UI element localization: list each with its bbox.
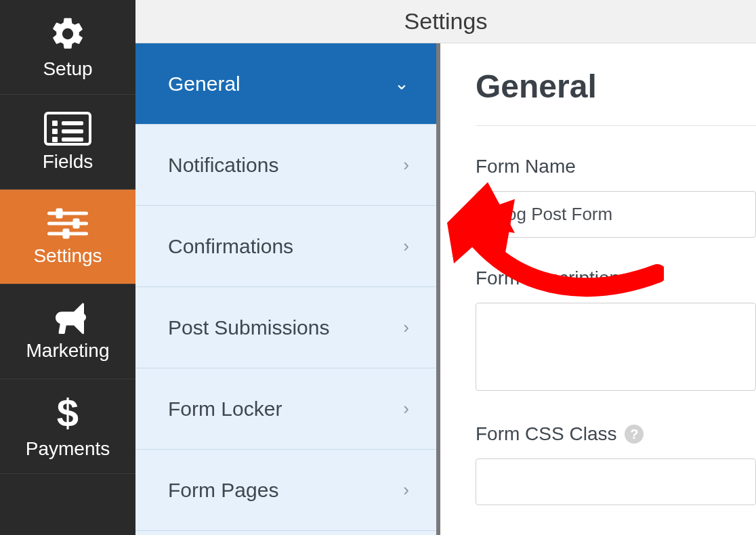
page-title: Settings xyxy=(404,8,488,35)
sidebar-item-label: Marketing xyxy=(26,340,110,362)
primary-sidebar: Setup Fields Settings xyxy=(0,0,135,535)
chevron-right-icon: › xyxy=(403,479,409,500)
chevron-right-icon: › xyxy=(403,317,409,338)
bullhorn-icon xyxy=(47,302,88,335)
submenu-item-label: Notifications xyxy=(168,154,278,177)
sliders-icon xyxy=(47,207,88,240)
submenu-item-general[interactable]: General ⌄ xyxy=(135,43,436,125)
submenu-item-post-submissions[interactable]: Post Submissions › xyxy=(135,287,436,368)
svg-rect-3 xyxy=(73,218,80,228)
submenu-item-label: Form Locker xyxy=(168,398,282,421)
sidebar-item-marketing[interactable]: Marketing xyxy=(0,284,135,379)
panel-heading: General xyxy=(476,68,756,105)
chevron-right-icon: › xyxy=(403,236,409,257)
form-css-label: Form CSS Class xyxy=(476,423,616,445)
svg-rect-1 xyxy=(56,208,63,218)
submenu-item-form-locker[interactable]: Form Locker › xyxy=(135,368,436,450)
sidebar-item-setup[interactable]: Setup xyxy=(0,0,135,95)
form-description-input[interactable] xyxy=(476,303,756,391)
sidebar-item-label: Settings xyxy=(33,245,102,267)
divider xyxy=(476,125,756,126)
dollar-icon: $ xyxy=(57,393,79,433)
gear-icon xyxy=(49,15,87,53)
sidebar-item-settings[interactable]: Settings xyxy=(0,190,135,284)
sidebar-item-label: Payments xyxy=(26,438,110,460)
submenu-item-confirmations[interactable]: Confirmations › xyxy=(135,206,436,287)
submenu-item-label: General xyxy=(168,72,240,95)
page-header: Settings xyxy=(135,0,756,43)
form-description-label: Form Description xyxy=(476,268,756,289)
svg-rect-0 xyxy=(47,211,88,215)
sidebar-item-fields[interactable]: Fields xyxy=(0,95,135,190)
settings-panel: General Form Name Form Description Form … xyxy=(440,43,756,535)
form-css-input[interactable] xyxy=(476,458,756,505)
svg-rect-5 xyxy=(63,228,70,238)
chevron-down-icon: ⌄ xyxy=(394,73,409,94)
submenu-item-label: Form Pages xyxy=(168,479,278,502)
chevron-right-icon: › xyxy=(403,154,409,175)
list-icon xyxy=(44,112,91,146)
settings-submenu: General ⌄ Notifications › Confirmations … xyxy=(135,43,440,535)
help-icon[interactable]: ? xyxy=(625,425,644,444)
sidebar-item-label: Setup xyxy=(43,58,92,80)
submenu-item-form-pages[interactable]: Form Pages › xyxy=(135,450,436,531)
submenu-item-label: Post Submissions xyxy=(168,316,329,339)
form-name-label: Form Name xyxy=(476,156,756,177)
svg-rect-2 xyxy=(47,221,88,225)
submenu-item-label: Confirmations xyxy=(168,235,293,258)
sidebar-item-payments[interactable]: $ Payments xyxy=(0,379,135,474)
form-name-input[interactable] xyxy=(476,191,756,238)
chevron-right-icon: › xyxy=(403,398,409,419)
submenu-item-notifications[interactable]: Notifications › xyxy=(135,125,436,206)
sidebar-item-label: Fields xyxy=(43,151,93,173)
